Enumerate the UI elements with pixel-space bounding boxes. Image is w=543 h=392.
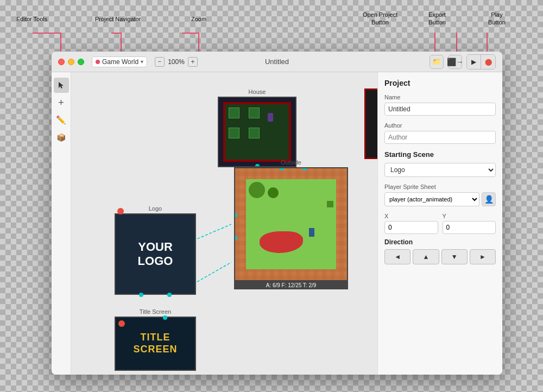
right-panel: Project Name Author Starting Scene Logo … — [377, 72, 502, 375]
close-button[interactable] — [58, 59, 65, 65]
sprite-select[interactable]: player (actor_animated) — [384, 192, 479, 206]
y-label: Y — [443, 213, 496, 219]
outside-scene: Outside — [234, 159, 348, 289]
author-input[interactable] — [384, 131, 496, 144]
title-text-display: TITLESCREEN — [133, 332, 177, 355]
logo-image[interactable]: YOURLOGO — [115, 213, 196, 295]
x-group: X — [384, 213, 438, 234]
house-scene: House — [218, 88, 296, 167]
sprite-field-group: Player Sprite Sheet player (actor_animat… — [384, 184, 496, 206]
project-nav-hline — [111, 33, 121, 34]
outside-image[interactable] — [234, 167, 348, 281]
logo-accent-dot — [117, 208, 124, 214]
export-button[interactable]: ⬛→ — [448, 55, 462, 69]
sprite-label: Player Sprite Sheet — [384, 184, 496, 190]
cursor-tool[interactable] — [54, 78, 69, 93]
title-screen-image[interactable]: TITLESCREEN — [115, 317, 196, 371]
traffic-lights — [58, 59, 84, 65]
direction-label: Direction — [384, 238, 496, 246]
minimize-button[interactable] — [68, 59, 74, 65]
record-button[interactable]: ⬤ — [481, 55, 495, 69]
name-label: Name — [384, 94, 496, 100]
xy-row: X Y — [384, 213, 496, 234]
dir-up-button[interactable]: ▲ — [413, 249, 439, 264]
outside-label: Outside — [234, 159, 348, 166]
export-button-label: ExportButton — [418, 11, 456, 27]
titlebar-right: 📁 ⬛→ ▶ ⬤ — [430, 54, 496, 69]
nav-label: Game World — [102, 58, 138, 66]
starting-scene-select[interactable]: Logo Title Screen Outside House — [384, 163, 496, 177]
title-scene: Title Screen TITLESCREEN — [115, 308, 196, 371]
main-window: Game World ▾ － 100% ＋ Untitled 📁 ⬛→ ▶ ⬤ — [52, 52, 502, 375]
dir-right-button[interactable]: ► — [470, 249, 496, 264]
logo-text-display: YOURLOGO — [138, 240, 173, 269]
house-image[interactable] — [218, 97, 296, 167]
play-button-label: PlayButton — [481, 11, 513, 27]
x-label: X — [384, 213, 438, 219]
open-project-label: Open ProjectButton — [358, 11, 402, 27]
zoom-hline — [182, 33, 199, 34]
maximize-button[interactable] — [78, 59, 84, 65]
dark-scene — [364, 88, 377, 159]
logo-scene: Logo YOURLOGO — [115, 205, 196, 295]
zoom-out-button[interactable]: － — [155, 57, 165, 67]
title-screen-label: Title Screen — [115, 308, 196, 315]
paint-tool[interactable]: ✏️ — [54, 112, 69, 128]
y-input[interactable] — [443, 221, 496, 234]
nav-dot — [96, 60, 100, 64]
direction-grid: ◄ ▲ ▼ ► — [384, 249, 496, 264]
sprite-preview: 👤 — [482, 192, 496, 206]
author-label: Author — [384, 122, 496, 129]
panel-title: Project — [384, 79, 496, 87]
starting-scene-group: Logo Title Screen Outside House — [384, 163, 496, 177]
cube-tool[interactable]: 📦 — [54, 130, 69, 145]
title-accent-dot — [118, 320, 125, 327]
house-label: House — [218, 88, 296, 95]
svg-line-2 — [193, 224, 231, 241]
starting-scene-title: Starting Scene — [384, 150, 496, 159]
project-navigator-selector[interactable]: Game World ▾ — [92, 56, 147, 67]
play-button[interactable]: ▶ — [467, 55, 481, 69]
nav-chevron: ▾ — [141, 59, 143, 65]
name-input[interactable] — [384, 103, 496, 116]
dark-image[interactable] — [364, 88, 377, 159]
dir-down-button[interactable]: ▼ — [441, 249, 468, 264]
x-input[interactable] — [384, 221, 438, 234]
left-toolbar: + ✏️ 📦 — [52, 72, 71, 375]
editor-tools-hline — [33, 33, 61, 34]
zoom-controls: － 100% ＋ — [155, 57, 198, 67]
zoom-in-button[interactable]: ＋ — [188, 57, 198, 67]
zoom-label: Zoom — [191, 15, 206, 23]
name-field-group: Name — [384, 94, 496, 116]
open-project-button[interactable]: 📁 — [430, 55, 444, 69]
window-title: Untitled — [265, 58, 289, 66]
author-field-group: Author — [384, 122, 496, 144]
canvas-area[interactable]: House Outside — [71, 72, 377, 375]
editor-tools-label: Editor Tools — [16, 15, 47, 23]
add-tool[interactable]: + — [54, 95, 69, 110]
project-navigator-label: Project Navigator — [95, 15, 141, 23]
logo-label: Logo — [115, 205, 196, 212]
zoom-value: 100% — [168, 58, 185, 66]
play-button-group: ▶ ⬤ — [466, 54, 496, 69]
svg-line-3 — [193, 262, 231, 284]
window-body: + ✏️ 📦 House — [52, 72, 502, 375]
sprite-row: player (actor_animated) 👤 — [384, 192, 496, 206]
titlebar: Game World ▾ － 100% ＋ Untitled 📁 ⬛→ ▶ ⬤ — [52, 52, 502, 72]
dir-left-button[interactable]: ◄ — [384, 249, 411, 264]
y-group: Y — [443, 213, 496, 234]
outside-status: A: 6/9 F: 12/25 T: 2/9 — [234, 281, 348, 289]
